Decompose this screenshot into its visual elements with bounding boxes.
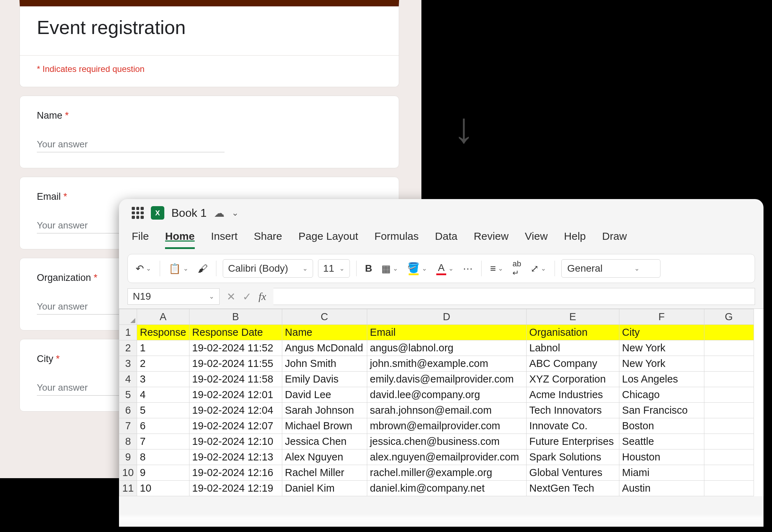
cell[interactable]: XYZ Corporation xyxy=(526,372,619,387)
cell[interactable]: 19-02-2024 12:04 xyxy=(189,403,282,418)
column-header[interactable]: F xyxy=(619,309,704,325)
cell[interactable]: Jessica Chen xyxy=(282,434,367,449)
cell[interactable] xyxy=(704,481,754,496)
cell[interactable]: 19-02-2024 12:16 xyxy=(189,465,282,481)
cell[interactable]: 6 xyxy=(137,418,189,434)
row-header[interactable]: 1 xyxy=(119,325,137,340)
cell[interactable]: angus@labnol.org xyxy=(367,340,526,356)
paste-button[interactable]: 📋 ⌄ xyxy=(166,261,191,276)
cell[interactable] xyxy=(704,434,754,449)
document-name[interactable]: Book 1 xyxy=(171,206,207,220)
cell[interactable]: 8 xyxy=(137,449,189,465)
cell[interactable] xyxy=(704,325,754,340)
cell[interactable]: Rachel Miller xyxy=(282,465,367,481)
menu-tab-formulas[interactable]: Formulas xyxy=(374,230,419,249)
chevron-down-icon[interactable]: ⌄ xyxy=(393,265,398,272)
cell[interactable]: Sarah Johnson xyxy=(282,403,367,418)
fill-color-button[interactable]: 🪣 ⌄ xyxy=(405,260,429,277)
menu-tab-page-layout[interactable]: Page Layout xyxy=(299,230,358,249)
cell[interactable]: Innovate Co. xyxy=(526,418,619,434)
cell[interactable] xyxy=(704,356,754,372)
cell[interactable]: Email xyxy=(367,325,526,340)
row-header[interactable]: 3 xyxy=(119,356,137,372)
chevron-down-icon[interactable]: ⌄ xyxy=(541,265,546,272)
cell[interactable]: Future Enterprises xyxy=(526,434,619,449)
cancel-formula-icon[interactable]: ✕ xyxy=(227,290,235,303)
undo-button[interactable]: ↶ ⌄ xyxy=(134,261,153,276)
cell[interactable]: New York xyxy=(619,356,704,372)
cell[interactable]: New York xyxy=(619,340,704,356)
bold-button[interactable]: B xyxy=(363,261,374,276)
column-header[interactable]: G xyxy=(704,309,754,325)
cell[interactable]: mbrown@emailprovider.com xyxy=(367,418,526,434)
cell[interactable]: Tech Innovators xyxy=(526,403,619,418)
menu-tab-help[interactable]: Help xyxy=(564,230,586,249)
cell[interactable]: rachel.miller@example.org xyxy=(367,465,526,481)
row-header[interactable]: 8 xyxy=(119,434,137,449)
column-header[interactable]: B xyxy=(189,309,282,325)
cell[interactable]: Michael Brown xyxy=(282,418,367,434)
cell[interactable]: emily.davis@emailprovider.com xyxy=(367,372,526,387)
cell[interactable]: Seattle xyxy=(619,434,704,449)
menu-tab-review[interactable]: Review xyxy=(474,230,509,249)
cell[interactable]: 5 xyxy=(137,403,189,418)
cell[interactable]: daniel.kim@company.net xyxy=(367,481,526,496)
cell[interactable]: Response Date xyxy=(189,325,282,340)
cell[interactable]: NextGen Tech xyxy=(526,481,619,496)
cell[interactable]: Miami xyxy=(619,465,704,481)
column-header[interactable]: C xyxy=(282,309,367,325)
font-size-select[interactable]: 11 ⌄ xyxy=(318,259,350,278)
cell[interactable]: alex.nguyen@emailprovider.com xyxy=(367,449,526,465)
cell[interactable]: 19-02-2024 11:52 xyxy=(189,340,282,356)
column-header[interactable]: D xyxy=(367,309,526,325)
cloud-sync-icon[interactable]: ☁ xyxy=(214,207,225,219)
row-header[interactable]: 10 xyxy=(119,465,137,481)
cell[interactable]: Organisation xyxy=(526,325,619,340)
cell[interactable]: John Smith xyxy=(282,356,367,372)
row-header[interactable]: 11 xyxy=(119,481,137,496)
row-header[interactable]: 9 xyxy=(119,449,137,465)
align-button[interactable]: ≡ ⌄ xyxy=(488,261,505,276)
cell[interactable]: 19-02-2024 12:01 xyxy=(189,387,282,403)
cell[interactable]: Daniel Kim xyxy=(282,481,367,496)
cell[interactable]: David Lee xyxy=(282,387,367,403)
merge-button[interactable]: ⤢ ⌄ xyxy=(528,261,548,276)
cell[interactable]: jessica.chen@business.com xyxy=(367,434,526,449)
menu-tab-file[interactable]: File xyxy=(132,230,149,249)
cell[interactable]: 19-02-2024 12:19 xyxy=(189,481,282,496)
cell[interactable]: 3 xyxy=(137,372,189,387)
cell[interactable]: Houston xyxy=(619,449,704,465)
cell[interactable]: 7 xyxy=(137,434,189,449)
menu-tab-home[interactable]: Home xyxy=(165,230,194,249)
cell[interactable] xyxy=(704,418,754,434)
wrap-text-button[interactable]: ab↵ xyxy=(510,258,523,279)
row-header[interactable]: 5 xyxy=(119,387,137,403)
menu-tab-insert[interactable]: Insert xyxy=(211,230,238,249)
select-all-corner[interactable] xyxy=(119,309,137,325)
cell[interactable]: ABC Company xyxy=(526,356,619,372)
cell[interactable]: Boston xyxy=(619,418,704,434)
row-header[interactable]: 4 xyxy=(119,372,137,387)
chevron-down-icon[interactable]: ⌄ xyxy=(448,265,454,272)
cell[interactable]: City xyxy=(619,325,704,340)
row-header[interactable]: 2 xyxy=(119,340,137,356)
cell[interactable]: 19-02-2024 11:55 xyxy=(189,356,282,372)
font-family-select[interactable]: Calibri (Body) ⌄ xyxy=(223,259,313,278)
cell[interactable]: Chicago xyxy=(619,387,704,403)
cell[interactable]: Los Angeles xyxy=(619,372,704,387)
column-header[interactable]: A xyxy=(137,309,189,325)
row-header[interactable]: 7 xyxy=(119,418,137,434)
format-painter-button[interactable]: 🖌 xyxy=(195,261,210,276)
spreadsheet-grid[interactable]: ABCDEFG1ResponseResponse DateNameEmailOr… xyxy=(119,309,754,496)
menu-tab-view[interactable]: View xyxy=(525,230,547,249)
font-color-button[interactable]: A ⌄ xyxy=(434,261,456,277)
cell[interactable]: Austin xyxy=(619,481,704,496)
cell[interactable]: david.lee@company.org xyxy=(367,387,526,403)
column-header[interactable]: E xyxy=(526,309,619,325)
cell[interactable]: Spark Solutions xyxy=(526,449,619,465)
cell[interactable]: 19-02-2024 12:13 xyxy=(189,449,282,465)
cell[interactable]: San Francisco xyxy=(619,403,704,418)
cell[interactable] xyxy=(704,403,754,418)
formula-bar-input[interactable] xyxy=(273,288,755,305)
chevron-down-icon[interactable]: ⌄ xyxy=(498,265,503,272)
